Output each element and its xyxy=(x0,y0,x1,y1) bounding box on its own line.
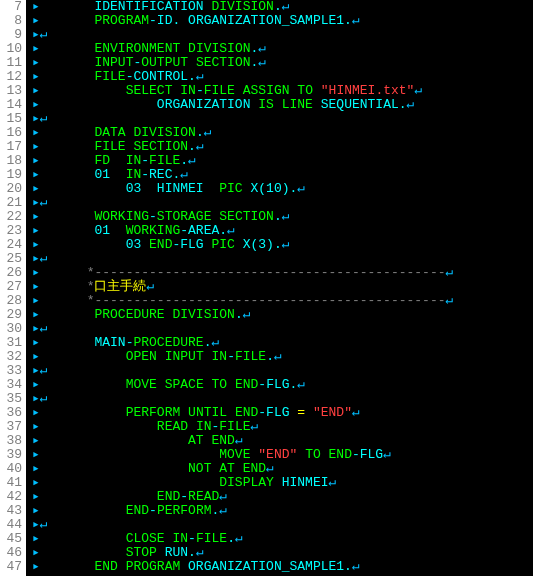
line-number: 41 xyxy=(2,476,22,490)
code-line: ▸ FILE-CONTROL.↵ xyxy=(32,70,533,84)
newline-marker-icon: ↵ xyxy=(196,69,204,84)
code-token xyxy=(313,83,321,98)
code-token xyxy=(40,559,95,574)
code-token: END xyxy=(211,433,234,448)
code-token xyxy=(40,97,157,112)
code-token: LINE xyxy=(282,97,313,112)
code-token xyxy=(297,447,305,462)
code-token: END xyxy=(235,405,258,420)
code-token: 口主手続 xyxy=(94,279,146,294)
line-number: 32 xyxy=(2,350,22,364)
newline-marker-icon: ↵ xyxy=(352,559,360,574)
code-token xyxy=(110,153,126,168)
code-token: PROCEDURE xyxy=(133,335,203,350)
line-number: 36 xyxy=(2,406,22,420)
newline-marker-icon: ▸↵ xyxy=(32,391,48,406)
code-token: DIVISION xyxy=(172,307,234,322)
code-token: CLOSE xyxy=(126,531,165,546)
line-number: 22 xyxy=(2,210,22,224)
code-token: *---------------------------------------… xyxy=(40,293,446,308)
line-marker-icon: ▸ xyxy=(32,83,40,98)
code-token: . xyxy=(399,97,407,112)
line-number: 15 xyxy=(2,112,22,126)
code-token: OUTPUT xyxy=(141,55,188,70)
line-number: 11 xyxy=(2,56,22,70)
line-marker-icon: ▸ xyxy=(32,69,40,84)
newline-marker-icon: ↵ xyxy=(352,405,360,420)
line-marker-icon: ▸ xyxy=(32,125,40,140)
newline-marker-icon: ↵ xyxy=(274,349,282,364)
code-token xyxy=(40,433,188,448)
line-number: 30 xyxy=(2,322,22,336)
line-number: 7 xyxy=(2,0,22,14)
code-token: - xyxy=(227,349,235,364)
code-token xyxy=(188,419,196,434)
newline-marker-icon: ↵ xyxy=(266,461,274,476)
code-token xyxy=(40,0,95,14)
code-area[interactable]: ▸ IDENTIFICATION DIVISION.↵▸ PROGRAM-ID.… xyxy=(26,0,533,576)
code-line: ▸↵ xyxy=(32,28,533,42)
newline-marker-icon: ↵ xyxy=(383,447,391,462)
code-token: HINMEI xyxy=(274,475,329,490)
line-number: 17 xyxy=(2,140,22,154)
code-token xyxy=(40,307,95,322)
code-line: ▸ MOVE "END" TO END-FLG↵ xyxy=(32,448,533,462)
line-number: 12 xyxy=(2,70,22,84)
code-token: STORAGE xyxy=(157,209,212,224)
code-token: ASSIGN xyxy=(243,83,290,98)
code-token: PIC xyxy=(219,181,242,196)
code-token xyxy=(40,83,126,98)
code-line: ▸ MOVE SPACE TO END-FLG.↵ xyxy=(32,378,533,392)
code-line: ▸↵ xyxy=(32,196,533,210)
line-marker-icon: ▸ xyxy=(32,265,40,280)
line-marker-icon: ▸ xyxy=(32,461,40,476)
code-line: ▸ 01 IN-REC.↵ xyxy=(32,168,533,182)
newline-marker-icon: ▸↵ xyxy=(32,27,48,42)
newline-marker-icon: ↵ xyxy=(235,531,243,546)
code-token xyxy=(40,377,126,392)
code-line: ▸↵ xyxy=(32,392,533,406)
line-marker-icon: ▸ xyxy=(32,349,40,364)
code-line: ▸ WORKING-STORAGE SECTION.↵ xyxy=(32,210,533,224)
code-token: IN xyxy=(180,83,196,98)
code-line: ▸ PROCEDURE DIVISION.↵ xyxy=(32,308,533,322)
code-token: TO xyxy=(297,83,313,98)
line-number: 16 xyxy=(2,126,22,140)
code-token: -FLG. xyxy=(258,377,297,392)
code-line: ▸ *-------------------------------------… xyxy=(32,266,533,280)
code-token: TO xyxy=(305,447,321,462)
code-token: INPUT xyxy=(94,55,133,70)
newline-marker-icon: ↵ xyxy=(211,335,219,350)
line-marker-icon: ▸ xyxy=(32,545,40,560)
code-token: ENVIRONMENT xyxy=(94,41,180,56)
code-line: ▸ DATA DIVISION.↵ xyxy=(32,126,533,140)
newline-marker-icon: ▸↵ xyxy=(32,195,48,210)
code-token: WORKING xyxy=(94,209,149,224)
code-token: DATA xyxy=(94,125,125,140)
code-line: ▸ PERFORM UNTIL END-FLG = "END"↵ xyxy=(32,406,533,420)
code-token: IN xyxy=(126,153,142,168)
code-token: -FLG xyxy=(172,237,211,252)
line-number: 26 xyxy=(2,266,22,280)
newline-marker-icon: ↵ xyxy=(204,125,212,140)
code-token: PROGRAM xyxy=(94,13,149,28)
newline-marker-icon: ↵ xyxy=(146,279,154,294)
code-token: FILE xyxy=(219,419,250,434)
newline-marker-icon: ↵ xyxy=(219,489,227,504)
code-token: . xyxy=(188,139,196,154)
code-line: ▸ 01 WORKING-AREA.↵ xyxy=(32,224,533,238)
code-line: ▸ END-READ↵ xyxy=(32,490,533,504)
code-token: IN xyxy=(172,531,188,546)
newline-marker-icon: ↵ xyxy=(282,209,290,224)
line-marker-icon: ▸ xyxy=(32,433,40,448)
line-number: 42 xyxy=(2,490,22,504)
code-token: 01 xyxy=(40,167,126,182)
newline-marker-icon: ↵ xyxy=(258,41,266,56)
code-token: -REC. xyxy=(141,167,180,182)
newline-marker-icon: ↵ xyxy=(180,167,188,182)
code-token xyxy=(274,97,282,112)
code-token: SEQUENTIAL xyxy=(321,97,399,112)
code-token: SPACE xyxy=(165,377,204,392)
code-token: - xyxy=(149,13,157,28)
code-token: END xyxy=(126,503,149,518)
